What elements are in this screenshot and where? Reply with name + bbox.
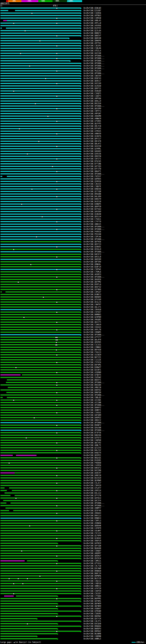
alignment-row[interactable]: UniRef100_Q9AHY2 <box>0 406 146 409</box>
hit-label[interactable]: UniRef100_B3L122 <box>84 492 101 494</box>
alignment-row[interactable]: UniRef100_B2BF24 <box>0 266 146 268</box>
hit-label[interactable]: UniRef100_C5C125 <box>84 532 101 534</box>
hit-label[interactable]: UniRef100_Q6VE17 <box>84 80 101 82</box>
alignment-row[interactable]: UniRef100_B4QGT4 <box>0 452 146 454</box>
alignment-row[interactable]: UniRef100_Q6S3R9 <box>0 107 146 110</box>
hit-label[interactable]: UniRef100_B1XYE5 <box>84 27 101 29</box>
alignment-row[interactable]: UniRef100_B3C4W9 <box>0 567 146 570</box>
alignment-row[interactable]: UniRef100_Q20UD1 <box>0 246 146 248</box>
hit-label[interactable]: UniRef100_C8V4G0 <box>84 309 101 311</box>
alignment-row[interactable]: UniRef100_UPI000... <box>0 334 146 336</box>
hit-label[interactable]: UniRef100_Q6FWE9 <box>84 603 101 605</box>
hit-label[interactable]: UniRef100_A9NWJ9 <box>84 118 101 120</box>
alignment-row[interactable]: UniRef100_C2NN62 <box>0 346 146 348</box>
alignment-row[interactable]: UniRef100_Q93134 <box>0 216 146 218</box>
alignment-row[interactable]: UniRef100_Q6G056 <box>0 278 146 281</box>
hit-label[interactable]: UniRef100_UPI000... <box>84 65 105 67</box>
hit-label[interactable]: UniRef100_Q9Y217 <box>84 138 101 140</box>
alignment-row[interactable]: UniRef100_C1MZG8 <box>0 17 146 20</box>
hit-label[interactable]: UniRef100_O42248 <box>84 52 101 54</box>
alignment-row[interactable]: UniRef100_A4S9X6 <box>0 24 146 27</box>
alignment-row[interactable]: UniRef100_B1NDC3 <box>0 293 146 296</box>
alignment-row[interactable]: UniRef100_Q9WVP6 <box>0 40 146 42</box>
alignment-row[interactable]: UniRef100_Q753G3 <box>0 562 146 565</box>
hit-label[interactable]: UniRef100_B73F56 <box>84 432 101 434</box>
hit-label[interactable]: UniRef100_Q6B1V0 <box>84 37 101 39</box>
alignment-row[interactable]: UniRef100_Q6B1V0 <box>0 37 146 40</box>
hit-label[interactable]: UniRef100_P93340 <box>84 233 101 235</box>
hit-label[interactable]: UniRef100_C4M521 <box>84 560 101 562</box>
alignment-row[interactable]: UniRef100_Q27JQ8 <box>0 190 146 193</box>
alignment-row[interactable]: UniRef100_Q6GFS2 <box>0 286 146 288</box>
alignment-row[interactable]: UniRef100_C1I12E <box>0 359 146 361</box>
hit-label[interactable]: UniRef100_Q4YN19 <box>84 542 101 544</box>
hit-label[interactable]: UniRef100_Q5DCH7 <box>84 472 101 474</box>
hit-label[interactable]: UniRef100_Q2JL64 <box>84 30 101 32</box>
alignment-row[interactable]: UniRef100_B6TJZ1 <box>0 356 146 359</box>
alignment-row[interactable]: UniRef100_C1E8S6 <box>0 12 146 14</box>
hit-label[interactable]: UniRef100_C4LT10 <box>84 565 101 567</box>
hit-label[interactable]: UniRef100_Q65Y13 <box>84 243 101 245</box>
alignment-row[interactable]: UniRef100_A5K514 <box>0 489 146 492</box>
hit-label[interactable]: UniRef100_C6ZGW2 <box>84 376 101 378</box>
alignment-row[interactable]: UniRef100_C1BLK6 <box>0 47 146 50</box>
hit-label[interactable]: UniRef100_C7GQ11 <box>84 218 101 220</box>
hit-label[interactable]: UniRef100_C5RTW1 <box>84 268 101 270</box>
alignment-row[interactable]: UniRef100_C5FEE7 <box>0 311 146 314</box>
hit-label[interactable]: UniRef100_Q753G3 <box>84 562 101 564</box>
hit-label[interactable]: UniRef100_C5KV19 <box>84 484 101 486</box>
alignment-row[interactable]: UniRef100_A9UQ43 <box>0 512 146 514</box>
hit-label[interactable]: UniRef100_C4Q213 <box>84 580 101 582</box>
hit-label[interactable]: UniRef100_Q39336 <box>84 153 101 155</box>
alignment-row[interactable]: UniRef100_Q6FWE9 <box>0 602 146 605</box>
hit-label[interactable]: UniRef100_Q6FNK9 <box>84 605 101 607</box>
alignment-row[interactable]: UniRef100_UPI000... <box>0 422 146 424</box>
alignment-row[interactable]: UniRef100_A9NWJ9 <box>0 118 146 120</box>
hit-label[interactable]: UniRef100_C4LYF1 <box>84 620 101 622</box>
alignment-row[interactable]: UniRef100_B4NZV6 <box>0 188 146 190</box>
hit-label[interactable]: UniRef100_A5DNA8 <box>84 522 101 524</box>
alignment-row[interactable]: UniRef100_UPI000... <box>0 173 146 175</box>
hit-label[interactable]: UniRef100_A7E2L4 <box>84 50 101 52</box>
hit-label[interactable]: UniRef100_Q4TJQ3 <box>84 166 101 168</box>
hit-label[interactable]: UniRef100_B4JE10 <box>84 200 101 203</box>
alignment-row[interactable]: UniRef100_UPI000... <box>0 228 146 230</box>
alignment-row[interactable]: UniRef100_Q179P9 <box>0 534 146 537</box>
hit-label[interactable]: UniRef100_A6SB53 <box>84 274 101 276</box>
hit-label[interactable]: UniRef100_B9QNZ0 <box>84 570 101 572</box>
alignment-row[interactable]: UniRef100_Q18640 <box>0 213 146 216</box>
alignment-row[interactable]: UniRef100_C7YF79 <box>0 220 146 223</box>
hit-label[interactable]: UniRef100_B9SU88 <box>84 193 101 195</box>
hit-label[interactable]: UniRef100_B0Y4S0 <box>84 349 101 351</box>
hit-label[interactable]: UniRef100_B4LCS2 <box>84 449 101 452</box>
alignment-row[interactable]: UniRef100_Q2125S <box>0 446 146 449</box>
hit-label[interactable]: UniRef100_Q9S1L8 <box>84 256 101 258</box>
alignment-row[interactable]: UniRef100_Q9Y217 <box>0 138 146 140</box>
hit-label[interactable]: UniRef100_Q4N210 <box>84 474 101 476</box>
alignment-row[interactable]: UniRef100_A7LH77 <box>0 487 146 489</box>
alignment-row[interactable]: UniRef100_C4QD10 <box>0 582 146 585</box>
alignment-row[interactable]: UniRef100_Q7S169 <box>0 298 146 301</box>
alignment-row[interactable]: UniRef100_O42249 <box>0 82 146 85</box>
hit-label[interactable]: UniRef100_C3QK7E <box>84 186 101 188</box>
hit-label[interactable]: UniRef100_B4LSR9 <box>84 196 101 198</box>
alignment-row[interactable]: UniRef100_C5KV19 <box>0 484 146 487</box>
alignment-row[interactable]: UniRef100_B7FXP5 <box>0 128 146 130</box>
hit-label[interactable]: UniRef100_UPI000... <box>84 429 105 431</box>
alignment-row[interactable]: UniRef100_B9QNZ0 <box>0 570 146 572</box>
hit-label[interactable]: UniRef100_B9ANF2 <box>84 424 101 426</box>
alignment-row[interactable]: UniRef100_UPI000... <box>0 404 146 406</box>
hit-label[interactable]: UniRef100_Q2125S <box>84 447 101 449</box>
hit-label[interactable]: UniRef100_A7PH35 <box>84 130 101 132</box>
hit-label[interactable]: UniRef100_C7YF79 <box>84 221 101 223</box>
alignment-row[interactable]: UniRef100_B4E3C3 <box>0 253 146 256</box>
alignment-row[interactable]: UniRef100_C7TQ84 <box>0 595 146 598</box>
hit-label[interactable]: UniRef100_O42249 <box>84 82 101 84</box>
hit-label[interactable]: UniRef100_Q6G056 <box>84 278 101 280</box>
alignment-row[interactable]: UniRef100_C1C2G1 <box>0 344 146 346</box>
alignment-row[interactable]: UniRef100_A5DNA8 <box>0 522 146 524</box>
alignment-row[interactable]: UniRef100_Q4YN19 <box>0 542 146 544</box>
hit-label[interactable]: UniRef100_A8Q1C2 <box>84 419 101 421</box>
hit-label[interactable]: UniRef100_B9Q6D4 <box>84 625 101 627</box>
hit-label[interactable]: UniRef100_Q1XGE0 <box>84 85 101 87</box>
